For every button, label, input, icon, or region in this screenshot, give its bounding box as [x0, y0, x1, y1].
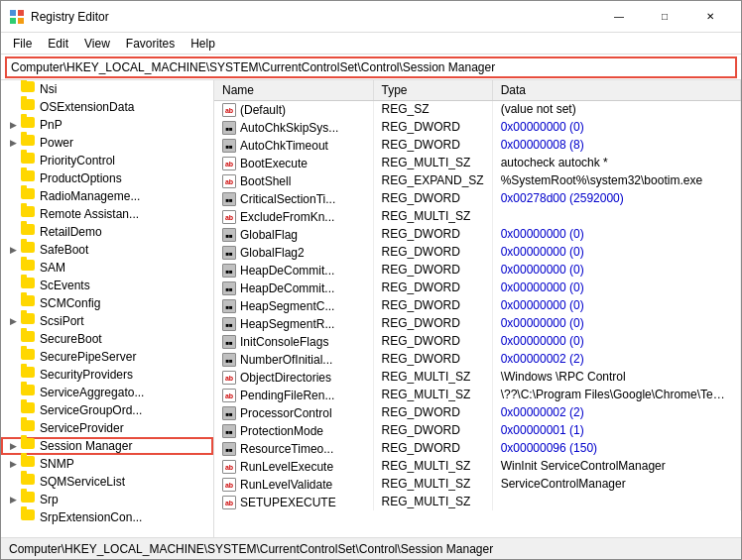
value-data: ServiceControlManager — [492, 475, 740, 493]
value-data: 0x00000000 (0) — [492, 225, 740, 243]
col-name[interactable]: Name — [214, 80, 373, 100]
col-data[interactable]: Data — [492, 80, 740, 100]
value-name: ■■ CriticalSectionTi... — [214, 189, 373, 207]
toggle-osextension — [5, 99, 21, 115]
toggle-radiomanage — [5, 188, 21, 204]
table-row[interactable]: ■■ ProcessorControlREG_DWORD0x00000002 (… — [214, 403, 741, 421]
tree-item-safeboot[interactable]: ▶ SafeBoot — [1, 241, 213, 259]
value-type: REG_DWORD — [373, 136, 492, 154]
table-row[interactable]: ■■ CriticalSectionTi...REG_DWORD0x00278d… — [214, 189, 741, 207]
tree-item-productoptions[interactable]: ProductOptions — [1, 169, 213, 187]
tree-item-scsiport[interactable]: ▶ ScsiPort — [1, 312, 213, 330]
tree-item-radiomanage[interactable]: RadioManageme... — [1, 187, 213, 205]
values-pane[interactable]: Name Type Data ab (Default)REG_SZ(value … — [214, 80, 741, 537]
table-row[interactable]: ■■ ProtectionModeREG_DWORD0x00000001 (1) — [214, 421, 741, 439]
tree-item-nsi[interactable]: Nsi — [1, 80, 213, 98]
table-row[interactable]: ■■ NumberOfInitial...REG_DWORD0x00000002… — [214, 350, 741, 368]
folder-icon-radiomanage — [21, 188, 37, 204]
tree-item-serviceagg[interactable]: ServiceAggregato... — [1, 384, 213, 401]
value-name: ■■ InitConsoleFlags — [214, 332, 373, 350]
folder-icon-securityproviders — [21, 367, 37, 383]
tree-item-secureboot[interactable]: SecureBoot — [1, 330, 213, 348]
table-row[interactable]: ■■ ResourceTimeo...REG_DWORD0x00000096 (… — [214, 439, 741, 457]
col-type[interactable]: Type — [373, 80, 492, 100]
table-row[interactable]: ■■ HeapSegmentR...REG_DWORD0x00000000 (0… — [214, 314, 741, 332]
toggle-nsi — [5, 81, 21, 97]
toggle-safeboot: ▶ — [5, 242, 21, 258]
table-row[interactable]: ■■ AutoChkSkipSys...REG_DWORD0x00000000 … — [214, 118, 741, 136]
tree-item-serviceprovider[interactable]: ServiceProvider — [1, 419, 213, 437]
value-data: 0x00000000 (0) — [492, 332, 740, 350]
table-row[interactable]: ab ExcludeFromKn...REG_MULTI_SZ — [214, 207, 741, 225]
minimize-button[interactable]: — — [596, 1, 642, 33]
close-button[interactable]: ✕ — [687, 1, 733, 33]
value-data: 0x00000000 (0) — [492, 118, 740, 136]
table-row[interactable]: ab RunLevelExecuteREG_MULTI_SZWinInit Se… — [214, 457, 741, 475]
tree-item-srpextension[interactable]: SrpExtensionCon... — [1, 508, 213, 526]
table-row[interactable]: ■■ HeapSegmentC...REG_DWORD0x00000000 (0… — [214, 296, 741, 314]
folder-icon-scevents — [21, 278, 37, 293]
value-type: REG_MULTI_SZ — [373, 475, 492, 493]
tree-pane[interactable]: Nsi OSExtensionData ▶ PnP ▶ Power Priori… — [1, 80, 214, 537]
folder-icon-secureboot — [21, 331, 37, 347]
value-type: REG_MULTI_SZ — [373, 386, 492, 403]
table-row[interactable]: ab SETUPEXECUTEREG_MULTI_SZ — [214, 493, 741, 510]
menu-edit[interactable]: Edit — [40, 35, 76, 53]
tree-item-power[interactable]: ▶ Power — [1, 134, 213, 152]
value-type: REG_DWORD — [373, 350, 492, 368]
value-name: ■■ ProtectionMode — [214, 421, 373, 439]
tree-item-srp[interactable]: ▶ Srp — [1, 491, 213, 508]
table-row[interactable]: ■■ HeapDeCommit...REG_DWORD0x00000000 (0… — [214, 261, 741, 279]
tree-item-securityproviders[interactable]: SecurityProviders — [1, 366, 213, 384]
toggle-productoptions — [5, 170, 21, 186]
table-row[interactable]: ab BootShellREG_EXPAND_SZ%SystemRoot%\sy… — [214, 171, 741, 189]
window-controls: — □ ✕ — [596, 1, 733, 33]
table-row[interactable]: ■■ AutoChkTimeoutREG_DWORD0x00000008 (8) — [214, 136, 741, 154]
tree-item-servicegroupord[interactable]: ServiceGroupOrd... — [1, 401, 213, 419]
table-row[interactable]: ab PendingFileRen...REG_MULTI_SZ\??\C:\P… — [214, 386, 741, 403]
table-row[interactable]: ■■ InitConsoleFlagsREG_DWORD0x00000000 (… — [214, 332, 741, 350]
table-row[interactable]: ab BootExecuteREG_MULTI_SZautocheck auto… — [214, 154, 741, 171]
maximize-button[interactable]: □ — [642, 1, 687, 33]
tree-item-scmconfig[interactable]: SCMConfig — [1, 294, 213, 312]
toggle-secureboot — [5, 331, 21, 347]
table-row[interactable]: ■■ GlobalFlagREG_DWORD0x00000000 (0) — [214, 225, 741, 243]
menu-help[interactable]: Help — [183, 35, 223, 53]
tree-item-snmp[interactable]: ▶ SNMP — [1, 455, 213, 473]
table-row[interactable]: ■■ HeapDeCommit...REG_DWORD0x00000000 (0… — [214, 279, 741, 296]
table-row[interactable]: ab ObjectDirectoriesREG_MULTI_SZ\Windows… — [214, 368, 741, 386]
toggle-scsiport: ▶ — [5, 313, 21, 329]
toggle-sqmservicelist — [5, 474, 21, 490]
value-data: 0x00000001 (1) — [492, 421, 740, 439]
tree-item-remoteassist[interactable]: Remote Assistan... — [1, 205, 213, 223]
title-bar: Registry Editor — □ ✕ — [1, 1, 741, 33]
value-type: REG_MULTI_SZ — [373, 207, 492, 225]
table-row[interactable]: ■■ GlobalFlag2REG_DWORD0x00000000 (0) — [214, 243, 741, 261]
tree-label-osextension: OSExtensionData — [40, 100, 134, 114]
tree-item-sqmservicelist[interactable]: SQMServiceList — [1, 473, 213, 491]
value-type: REG_DWORD — [373, 332, 492, 350]
menu-favorites[interactable]: Favorites — [118, 35, 183, 53]
status-bar: Computer\HKEY_LOCAL_MACHINE\SYSTEM\Curre… — [1, 537, 741, 559]
tree-label-remoteassist: Remote Assistan... — [40, 207, 139, 221]
value-data: 0x00000008 (8) — [492, 136, 740, 154]
tree-item-prioritycontrol[interactable]: PriorityControl — [1, 152, 213, 169]
tree-label-radiomanage: RadioManageme... — [40, 189, 140, 203]
tree-item-retaildemo[interactable]: RetailDemo — [1, 223, 213, 241]
tree-item-scevents[interactable]: ScEvents — [1, 277, 213, 294]
tree-item-sessionmanager[interactable]: ▶ Session Manager — [1, 437, 213, 455]
address-input[interactable] — [5, 56, 737, 78]
tree-item-osextension[interactable]: OSExtensionData — [1, 98, 213, 116]
table-row[interactable]: ab RunLevelValidateREG_MULTI_SZServiceCo… — [214, 475, 741, 493]
tree-label-securepipe: SecurePipeServer — [40, 350, 136, 364]
tree-item-sam[interactable]: SAM — [1, 259, 213, 277]
menu-file[interactable]: File — [5, 35, 40, 53]
table-row[interactable]: ab (Default)REG_SZ(value not set) — [214, 100, 741, 118]
tree-item-pnp[interactable]: ▶ PnP — [1, 116, 213, 134]
folder-icon-servicegroupord — [21, 402, 37, 418]
value-name: ■■ GlobalFlag — [214, 225, 373, 243]
folder-icon-safeboot — [21, 242, 37, 258]
menu-view[interactable]: View — [76, 35, 118, 53]
tree-item-securepipe[interactable]: SecurePipeServer — [1, 348, 213, 366]
main-content: Nsi OSExtensionData ▶ PnP ▶ Power Priori… — [1, 80, 741, 537]
